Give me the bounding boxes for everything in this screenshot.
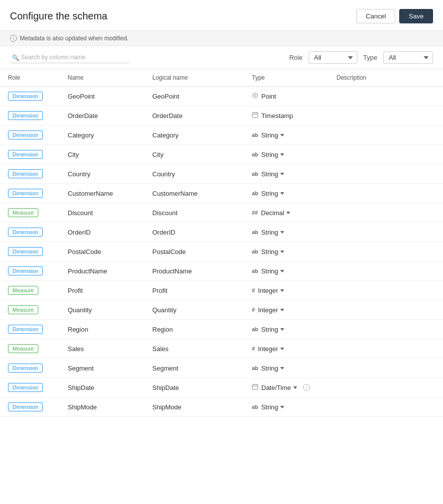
type-select-wrap: Integer <box>258 287 285 294</box>
description-cell <box>329 378 443 397</box>
logical-name: Quantity <box>144 300 244 320</box>
type-select[interactable]: String <box>261 248 285 255</box>
type-icon: ab <box>252 132 258 138</box>
type-select[interactable]: Date/Time <box>261 384 298 391</box>
role-filter-select[interactable]: All Dimension Measure <box>309 51 357 64</box>
type-select-wrap: String <box>261 170 285 178</box>
type-select[interactable]: Decimal <box>261 209 291 217</box>
logical-name: ProductName <box>144 261 244 281</box>
logical-name: GeoPoint <box>144 87 244 106</box>
type-icon: ab <box>252 249 258 254</box>
type-select[interactable]: String <box>261 365 285 372</box>
table-row: DimensionOrderIDOrderIDabString <box>0 223 443 242</box>
role-badge[interactable]: Dimension <box>8 150 43 159</box>
role-badge[interactable]: Dimension <box>8 130 43 139</box>
type-cell: #Integer <box>244 300 329 320</box>
info-circle-icon[interactable]: i <box>303 384 310 391</box>
info-bar: i Metadata is also updated when modified… <box>0 31 443 46</box>
filter-group: Role All Dimension Measure Type All Stri… <box>289 51 433 64</box>
type-select[interactable]: String <box>261 151 285 158</box>
type-select-wrap: String <box>261 267 285 275</box>
type-select[interactable]: String <box>261 326 285 333</box>
type-cell: abString <box>244 242 329 261</box>
description-cell <box>329 126 443 145</box>
header: Configure the schema Cancel Save <box>0 0 443 31</box>
type-cell: abString <box>244 261 329 281</box>
type-select-wrap: String <box>261 326 285 333</box>
type-cell: Point <box>244 87 329 106</box>
col-description: Description <box>329 69 443 87</box>
search-icon: 🔍 <box>12 54 19 61</box>
type-icon <box>252 112 258 120</box>
table-row: DimensionCountryCountryabString <box>0 164 443 184</box>
description-cell <box>329 242 443 261</box>
save-button[interactable]: Save <box>399 9 433 23</box>
field-name: PostalCode <box>60 242 144 261</box>
role-badge[interactable]: Dimension <box>8 383 43 392</box>
search-container: 🔍 <box>10 52 129 63</box>
field-name: ShipMode <box>60 397 144 417</box>
type-filter-label: Type <box>363 54 377 61</box>
schema-table: Role Name Logical name Type Description … <box>0 69 443 417</box>
logical-name: Sales <box>144 339 244 359</box>
description-cell <box>329 300 443 320</box>
role-badge[interactable]: Dimension <box>8 228 43 237</box>
type-icon: ab <box>252 268 258 274</box>
table-row: MeasureDiscountDiscount##Decimal <box>0 203 443 223</box>
info-icon: i <box>10 35 17 42</box>
type-select[interactable]: String <box>261 229 285 236</box>
type-select[interactable]: Integer <box>258 345 285 353</box>
logical-name: OrderID <box>144 223 244 242</box>
field-name: Quantity <box>60 300 144 320</box>
role-badge[interactable]: Dimension <box>8 364 43 373</box>
role-badge[interactable]: Measure <box>8 208 38 217</box>
type-cell: abString <box>244 145 329 164</box>
role-badge[interactable]: Dimension <box>8 92 43 101</box>
type-filter-select[interactable]: All String Integer Decimal Timestamp Dat… <box>383 51 433 64</box>
role-badge[interactable]: Dimension <box>8 266 43 275</box>
field-name: Discount <box>60 203 144 223</box>
role-badge[interactable]: Dimension <box>8 189 43 198</box>
type-select[interactable]: Integer <box>258 306 285 314</box>
type-cell: #Integer <box>244 281 329 300</box>
role-badge[interactable]: Measure <box>8 305 38 314</box>
type-select-wrap: String <box>261 365 285 372</box>
type-select[interactable]: String <box>261 267 285 275</box>
type-select-wrap: Date/Time <box>261 384 298 391</box>
search-input[interactable] <box>10 52 129 63</box>
type-icon: # <box>252 307 255 313</box>
type-cell: #Integer <box>244 339 329 359</box>
type-select[interactable]: String <box>261 403 285 411</box>
description-cell <box>329 87 443 106</box>
role-badge[interactable]: Dimension <box>8 247 43 256</box>
type-select[interactable]: String <box>261 190 285 197</box>
table-row: DimensionShipModeShipModeabString <box>0 397 443 417</box>
field-name: Country <box>60 164 144 184</box>
description-cell <box>329 320 443 339</box>
type-select[interactable]: Integer <box>258 287 285 294</box>
logical-name: Segment <box>144 359 244 378</box>
page-title: Configure the schema <box>10 10 108 22</box>
table-row: DimensionCategoryCategoryabString <box>0 126 443 145</box>
logical-name: Country <box>144 164 244 184</box>
cancel-button[interactable]: Cancel <box>356 9 395 23</box>
table-row: DimensionCityCityabString <box>0 145 443 164</box>
role-badge[interactable]: Measure <box>8 286 38 295</box>
table-row: DimensionGeoPointGeoPointPoint <box>0 87 443 106</box>
svg-rect-6 <box>252 384 258 389</box>
table-row: DimensionCustomerNameCustomerNameabStrin… <box>0 184 443 203</box>
type-select[interactable]: String <box>261 170 285 178</box>
type-icon: # <box>252 346 255 352</box>
role-badge[interactable]: Measure <box>8 344 38 353</box>
role-badge[interactable]: Dimension <box>8 111 43 120</box>
type-icon: ## <box>252 210 258 216</box>
field-name: Profit <box>60 281 144 300</box>
type-select[interactable]: String <box>261 131 285 139</box>
table-row: MeasureSalesSales#Integer <box>0 339 443 359</box>
role-badge[interactable]: Dimension <box>8 402 43 411</box>
field-name: Region <box>60 320 144 339</box>
type-cell: Timestamp <box>244 106 329 126</box>
role-badge[interactable]: Dimension <box>8 169 43 178</box>
role-badge[interactable]: Dimension <box>8 325 43 334</box>
table-row: DimensionSegmentSegmentabString <box>0 359 443 378</box>
